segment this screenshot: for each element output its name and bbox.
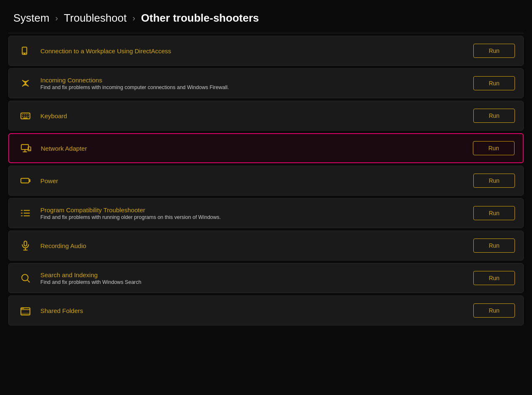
item-title-recording-audio: Recording Audio [40, 242, 473, 249]
breadcrumb-system[interactable]: System [13, 12, 50, 25]
troubleshooter-item-incoming-connections: Incoming ConnectionsFind and fix problem… [8, 68, 524, 98]
troubleshooter-item-keyboard: KeyboardRun [8, 101, 524, 131]
run-button-recording-audio[interactable]: Run [473, 238, 515, 253]
troubleshooter-item-search-indexing: Search and IndexingFind and fix problems… [8, 263, 524, 293]
run-button-network-adapter[interactable]: Run [473, 141, 515, 155]
top-divider [8, 33, 524, 33]
list-icon [17, 205, 34, 221]
item-content-keyboard: Keyboard [40, 112, 473, 119]
item-title-power: Power [40, 177, 473, 184]
item-content-shared-folders: Shared Folders [40, 307, 473, 314]
item-content-recording-audio: Recording Audio [40, 242, 473, 249]
item-content-search-indexing: Search and IndexingFind and fix problems… [40, 271, 473, 285]
item-title-network-adapter: Network Adapter [41, 145, 473, 152]
troubleshooter-item-power: PowerRun [8, 166, 524, 196]
troubleshooter-item-shared-folders: Shared FoldersRun [8, 296, 524, 325]
troubleshooter-item-connection-workplace: Connection to a Workplace Using DirectAc… [8, 36, 524, 66]
run-button-power[interactable]: Run [473, 174, 515, 188]
item-title-search-indexing: Search and Indexing [40, 271, 473, 278]
svg-rect-14 [21, 144, 28, 149]
troubleshooter-list: Connection to a Workplace Using DirectAc… [0, 36, 532, 325]
battery-icon [17, 172, 34, 189]
item-content-program-compatibility: Program Compatibility TroubleshooterFind… [40, 206, 473, 220]
item-content-power: Power [40, 177, 473, 184]
item-title-incoming-connections: Incoming Connections [40, 77, 473, 84]
svg-rect-19 [21, 179, 29, 183]
item-subtitle-program-compatibility: Find and fix problems with running older… [40, 214, 473, 220]
breadcrumb-troubleshoot[interactable]: Troubleshoot [64, 12, 127, 25]
item-title-shared-folders: Shared Folders [40, 307, 473, 314]
run-button-incoming-connections[interactable]: Run [473, 76, 515, 90]
run-button-connection-workplace[interactable]: Run [473, 44, 515, 58]
item-title-keyboard: Keyboard [40, 112, 473, 119]
troubleshooter-item-recording-audio: Recording AudioRun [8, 231, 524, 261]
breadcrumb-other: Other trouble-shooters [141, 12, 259, 25]
item-subtitle-search-indexing: Find and fix problems with Windows Searc… [40, 279, 473, 285]
run-button-program-compatibility[interactable]: Run [473, 206, 515, 220]
breadcrumb-sep-2: › [132, 13, 135, 23]
troubleshooter-item-network-adapter: Network AdapterRun [8, 133, 524, 163]
breadcrumb-sep-1: › [55, 13, 58, 23]
mic-icon [17, 237, 34, 254]
folder-icon [17, 302, 34, 319]
svg-line-33 [27, 280, 30, 282]
device-icon [17, 42, 34, 59]
item-content-network-adapter: Network Adapter [41, 145, 473, 152]
troubleshooter-item-program-compatibility: Program Compatibility TroubleshooterFind… [8, 198, 524, 228]
signal-icon [17, 75, 34, 92]
item-content-incoming-connections: Incoming ConnectionsFind and fix problem… [40, 77, 473, 90]
item-content-connection-workplace: Connection to a Workplace Using DirectAc… [40, 47, 473, 55]
keyboard-icon [17, 107, 34, 124]
run-button-keyboard[interactable]: Run [473, 109, 515, 123]
run-button-search-indexing[interactable]: Run [473, 271, 515, 285]
run-button-shared-folders[interactable]: Run [473, 303, 515, 318]
svg-point-2 [24, 54, 25, 55]
monitor-icon [17, 140, 34, 157]
item-title-program-compatibility: Program Compatibility Troubleshooter [40, 206, 473, 214]
svg-rect-29 [24, 241, 27, 246]
item-title-connection-workplace: Connection to a Workplace Using DirectAc… [40, 47, 473, 55]
search-icon [17, 270, 34, 286]
item-subtitle-incoming-connections: Find and fix problems with incoming comp… [40, 84, 473, 90]
breadcrumb: System › Troubleshoot › Other trouble-sh… [0, 0, 532, 33]
svg-rect-34 [21, 313, 30, 314]
